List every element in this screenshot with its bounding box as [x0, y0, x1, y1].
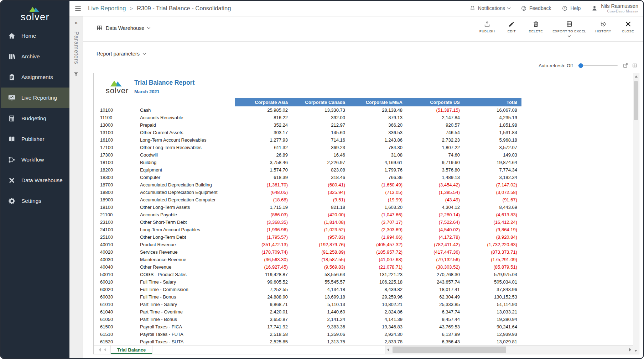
auto-refresh-knob[interactable] — [578, 63, 583, 68]
vertical-scrollbar[interactable] — [633, 73, 639, 354]
amount-cell: 4,134.18 — [292, 286, 349, 293]
amount-cell: (185,957.72) — [349, 248, 407, 256]
amount-cell: 1,799.76 — [349, 166, 407, 174]
scroll-left-arrow[interactable] — [387, 348, 389, 352]
amount-cell: (1,023.52) — [292, 226, 349, 233]
bell-icon — [469, 5, 476, 11]
account-name: Other Short-Term Debt — [140, 218, 235, 226]
sheet-tab-trial-balance[interactable]: Trial Balance — [110, 345, 152, 354]
amount-cell: 2,147.84 — [407, 114, 464, 121]
amount-cell: (1,650.49) — [349, 181, 407, 189]
amount-cell: 17,741.92 — [235, 323, 292, 331]
history-button[interactable]: HISTORY — [595, 21, 611, 33]
expand-panel-icon[interactable]: » — [74, 20, 78, 26]
user-icon — [591, 5, 598, 11]
account-code: 10100 — [100, 106, 140, 114]
filter-funnel-icon[interactable] — [73, 72, 79, 78]
account-code: 18200 — [100, 166, 140, 174]
user-name: Nils Rasmussen — [601, 3, 638, 9]
amount-cell: 25,333.85 — [407, 301, 464, 308]
horizontal-scrollbar[interactable] — [385, 345, 633, 354]
sidebar-item-workflow[interactable]: Workflow — [1, 149, 69, 170]
sidebar-item-archive[interactable]: Archive — [1, 46, 69, 67]
amount-cell: (4,172.78) — [407, 233, 464, 241]
user-menu[interactable]: Nils Rasmussen CorpDemo Master — [591, 3, 638, 13]
help-button[interactable]: ? Help — [562, 5, 581, 11]
amount-cell: 4,141.39 — [349, 316, 407, 323]
close-button[interactable]: CLOSE — [620, 21, 635, 33]
data-source-selector[interactable]: Data Warehouse — [97, 25, 150, 31]
feedback-button[interactable]: Feedback — [521, 5, 551, 11]
amount-cell: 1,574.70 — [235, 166, 292, 174]
data-warehouse-grid-icon — [97, 25, 103, 31]
export-to-excel-button[interactable]: EXPORT TO EXCEL — [552, 21, 586, 37]
sidebar-item-live-reporting[interactable]: Live Reporting — [1, 88, 69, 108]
amount-cell: (2,303.69) — [349, 226, 407, 233]
popout-icon[interactable] — [623, 63, 628, 68]
account-code: 21100 — [100, 211, 140, 218]
scroll-up-arrow[interactable] — [635, 75, 638, 78]
table-row: 61040Part Time - Overtime2,420.011,440.6… — [100, 308, 521, 316]
table-row: 40030Maintenance Revenue(36,563.30)(18,5… — [100, 256, 521, 263]
account-code: 11100 — [100, 114, 140, 121]
trial-balance-table: Corporate AsiaCorporate CanadaCorporate … — [100, 98, 521, 345]
account-code: 40010 — [100, 241, 140, 248]
report-body: solver Trial Balance Report March 2021 — [94, 73, 633, 345]
amount-cell: 336.53 — [349, 129, 407, 136]
vertical-scroll-thumb[interactable] — [634, 81, 638, 120]
live-reporting-icon — [8, 94, 16, 102]
scroll-right-arrow[interactable] — [629, 348, 631, 352]
publish-button[interactable]: PUBLISH — [479, 21, 495, 33]
close-icon — [625, 21, 632, 27]
amount-cell: 2,732.23 — [407, 136, 464, 144]
horizontal-scroll-thumb[interactable] — [393, 347, 507, 353]
column-header: Corporate EMEA — [349, 98, 407, 106]
grid-view-icon[interactable] — [632, 63, 638, 68]
amount-cell: 816.22 — [235, 114, 292, 121]
breadcrumb-section[interactable]: Live Reporting — [88, 5, 126, 12]
amount-cell: 24,888.90 — [235, 293, 292, 301]
amount-cell: 58,556.64 — [292, 271, 349, 278]
sidebar-item-budgeting[interactable]: Budgeting — [1, 108, 69, 129]
report-parameters-row: Report parameters — [83, 42, 643, 57]
first-sheet-arrow[interactable] — [99, 348, 101, 352]
table-row: 16100Long-Term Account Receivables1,277.… — [100, 136, 521, 144]
account-name: Prepaid — [140, 121, 235, 129]
amount-cell: 13,699.18 — [292, 293, 349, 301]
sidebar-item-home[interactable]: Home — [1, 26, 69, 46]
sidebar-item-label: Archive — [21, 53, 40, 60]
amount-cell: (16,412.24) — [464, 218, 521, 226]
sidebar: solver Home Archive Assignments — [1, 1, 69, 358]
amount-cell: (782,411.42) — [407, 241, 464, 248]
table-row: 61010Part Time - Salary9,868.715,110.131… — [100, 301, 521, 308]
hamburger-menu-icon[interactable] — [69, 5, 87, 12]
amount-cell: 3,650.87 — [235, 316, 292, 323]
sidebar-item-assignments[interactable]: Assignments — [1, 67, 69, 88]
sidebar-item-settings[interactable]: Settings — [1, 191, 69, 211]
parameters-panel-label: Parameters — [73, 31, 79, 64]
amount-cell: 9,868.71 — [235, 301, 292, 308]
notifications-button[interactable]: Notifications — [469, 5, 510, 11]
amount-cell: 8,439.82 — [349, 286, 407, 293]
amount-cell: 131,221.23 — [349, 271, 407, 278]
report-parameters-toggle[interactable]: Report parameters — [97, 51, 146, 57]
user-text: Nils Rasmussen CorpDemo Master — [601, 3, 638, 13]
amount-cell: 90,241.64 — [464, 323, 521, 331]
amount-cell: 5,110.13 — [292, 301, 349, 308]
publish-label: PUBLISH — [479, 29, 495, 33]
sidebar-item-data-warehouse[interactable]: Data Warehouse — [1, 170, 69, 191]
amount-cell: 579,975.04 — [464, 271, 521, 278]
gear-icon — [8, 197, 16, 205]
amount-cell: 3,576.80 — [407, 166, 464, 174]
account-code: 13000 — [100, 121, 140, 129]
close-label: CLOSE — [622, 29, 634, 33]
publish-icon — [484, 21, 490, 27]
auto-refresh-slider[interactable] — [578, 65, 618, 66]
amount-cell: 149.03 — [464, 151, 521, 159]
scroll-down-arrow[interactable] — [634, 350, 637, 352]
sidebar-item-publisher[interactable]: Publisher — [1, 129, 69, 149]
account-code: 18300 — [100, 174, 140, 181]
delete-button[interactable]: DELETE — [528, 21, 543, 33]
edit-button[interactable]: EDIT — [504, 21, 519, 33]
previous-sheet-arrow[interactable] — [104, 348, 106, 352]
